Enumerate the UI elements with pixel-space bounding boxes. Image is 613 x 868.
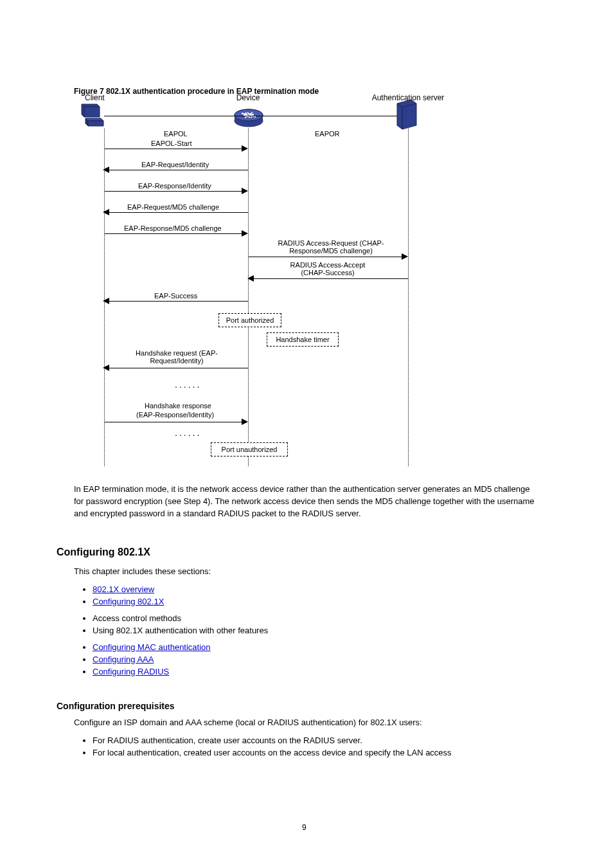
- link-configuring-aaa[interactable]: Configuring AAA: [93, 655, 211, 664]
- bullets-block-2: Access control methods Using 802.1X auth…: [76, 611, 268, 638]
- msg9-arrow: [109, 368, 248, 368]
- bullet-8021x-overview[interactable]: 802.1X overview: [93, 584, 164, 594]
- device-lifeline: [248, 129, 249, 466]
- svg-marker-0: [82, 104, 100, 107]
- cfg-item-radius: For RADIUS authentication, create user a…: [93, 736, 452, 745]
- ellipsis-top: ......: [175, 379, 201, 390]
- top-connector-line: [104, 116, 397, 116]
- device-icon: [233, 102, 265, 131]
- server-label: Authentication server: [369, 93, 447, 102]
- server-icon: [395, 98, 419, 133]
- msg6-arrow: [249, 257, 403, 257]
- svg-marker-2: [82, 104, 84, 117]
- svg-point-9: [235, 109, 263, 121]
- msg6-head: [402, 253, 408, 260]
- msg4-arrow: [109, 212, 248, 213]
- device-label: Device: [235, 93, 261, 102]
- msg4-label: EAP-Request/MD5 challenge: [127, 203, 219, 211]
- client-icon: [79, 100, 107, 131]
- msg9-label: Handshake request (EAP-Request/Identity): [129, 349, 225, 365]
- msg3-arrow: [105, 191, 243, 192]
- msg5-arrow: [105, 233, 243, 234]
- port-unauthorized-box: Port unauthorized: [211, 442, 288, 457]
- msg4-head: [103, 209, 109, 215]
- page-number: 9: [302, 823, 306, 832]
- msg3-label: EAP-Response/Identity: [138, 182, 211, 190]
- msg2-arrow: [109, 170, 248, 170]
- msg10-arrow: [105, 422, 243, 422]
- msg3-head: [242, 188, 248, 194]
- list-intro: This chapter includes these sections:: [74, 566, 211, 578]
- handshake-timer-box: Handshake timer: [267, 332, 339, 347]
- msg10-head: [242, 419, 248, 425]
- cfg-intro: Configure an ISP domain and AAA scheme (…: [74, 717, 537, 729]
- msg8-head: [103, 298, 109, 304]
- msg1-label: EAPOL-Start: [151, 140, 192, 147]
- svg-marker-1: [84, 107, 100, 117]
- msg6-label: RADIUS Access-Request (CHAP-Response/MD5…: [270, 239, 392, 255]
- msg9-head: [103, 365, 109, 371]
- heading-configuring-8021x: Configuring 802.1X: [57, 547, 150, 558]
- msg7-head: [247, 275, 254, 282]
- link-configuring-mac-auth[interactable]: Configuring MAC authentication: [93, 642, 211, 652]
- svg-marker-3: [85, 118, 103, 121]
- msg8-label: EAP-Success: [154, 292, 197, 300]
- msg7-arrow: [254, 278, 408, 279]
- msg5-label: EAP-Response/MD5 challenge: [124, 224, 222, 232]
- msg5-head: [242, 230, 248, 237]
- link-configuring-radius[interactable]: Configuring RADIUS: [93, 667, 211, 676]
- ellipsis-bottom: ......: [175, 428, 201, 438]
- figure-caption: Figure 7 802.1X authentication procedure…: [74, 87, 319, 96]
- bullet-access-control-methods: Access control methods: [93, 613, 268, 623]
- svg-marker-4: [88, 121, 103, 126]
- paragraph-1: In EAP termination mode, it is the netwo…: [74, 484, 537, 520]
- msg8-arrow: [109, 301, 248, 302]
- cfg-item-local: For local authentication, created user a…: [93, 748, 452, 757]
- svg-marker-12: [402, 104, 416, 129]
- svg-marker-11: [397, 104, 402, 129]
- msg2-label: EAP-Request/Identity: [141, 161, 209, 168]
- bullets-links: Configuring MAC authentication Configuri…: [76, 640, 211, 679]
- client-label: Client: [85, 93, 104, 102]
- msg10b-label: (EAP-Response/Identity): [136, 411, 214, 419]
- msg2-head: [103, 167, 109, 173]
- bullets-block-1: 802.1X overview Configuring 802.1X: [76, 582, 164, 609]
- cfg-bullets: For RADIUS authentication, create user a…: [76, 733, 452, 760]
- msg1-head: [242, 145, 248, 152]
- bullet-using-8021x-with-other: Using 802.1X authentication with other f…: [93, 626, 268, 635]
- eapor-side-label: EAPOR: [315, 130, 340, 138]
- server-lifeline: [408, 129, 409, 466]
- msg1-arrow: [105, 149, 243, 149]
- port-authorized-box: Port authorized: [218, 313, 281, 327]
- heading-config-prereq: Configuration prerequisites: [57, 701, 175, 711]
- msg7-label: RADIUS Access-Accept (CHAP-Success): [283, 261, 373, 276]
- msg10a-label: Handshake response: [145, 402, 211, 410]
- bullet-configuring-8021x[interactable]: Configuring 802.1X: [93, 597, 164, 606]
- eapol-side-label: EAPOL: [164, 130, 188, 138]
